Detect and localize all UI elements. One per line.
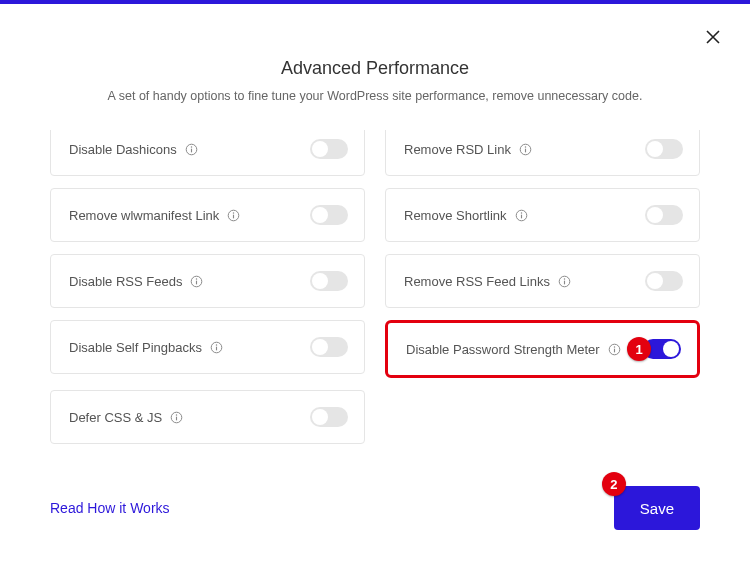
toggle-remove-wlw[interactable]	[310, 205, 348, 225]
option-label: Disable RSS Feeds	[69, 274, 203, 289]
svg-point-10	[520, 212, 521, 213]
top-accent-bar	[0, 0, 750, 4]
option-label: Defer CSS & JS	[69, 410, 183, 425]
option-label: Disable Self Pingbacks	[69, 340, 223, 355]
info-icon[interactable]	[227, 209, 240, 222]
option-label: Disable Dashicons	[69, 142, 198, 157]
toggle-remove-rss-links[interactable]	[645, 271, 683, 291]
option-remove-rss-links: Remove RSS Feed Links	[385, 254, 700, 308]
toggle-remove-shortlink[interactable]	[645, 205, 683, 225]
toggle-disable-dashicons[interactable]	[310, 139, 348, 159]
info-icon[interactable]	[190, 275, 203, 288]
option-label: Remove RSD Link	[404, 142, 532, 157]
svg-point-22	[613, 346, 614, 347]
option-defer-css-js: Defer CSS & JS	[50, 390, 365, 444]
svg-point-19	[216, 344, 217, 345]
empty-cell	[385, 390, 700, 444]
help-link[interactable]: Read How it Works	[50, 500, 170, 516]
option-label: Remove Shortlink	[404, 208, 528, 223]
save-button[interactable]: Save	[614, 486, 700, 530]
toggle-disable-rss[interactable]	[310, 271, 348, 291]
option-remove-shortlink: Remove Shortlink	[385, 188, 700, 242]
option-remove-wlw: Remove wlwmanifest Link	[50, 188, 365, 242]
svg-point-16	[564, 278, 565, 279]
info-icon[interactable]	[170, 411, 183, 424]
toggle-remove-rsd[interactable]	[645, 139, 683, 159]
option-label: Remove RSS Feed Links	[404, 274, 571, 289]
option-label: Disable Password Strength Meter	[406, 342, 621, 357]
info-icon[interactable]	[210, 341, 223, 354]
svg-rect-26	[176, 416, 177, 420]
svg-point-25	[176, 414, 177, 415]
info-icon[interactable]	[185, 143, 198, 156]
page-title: Advanced Performance	[0, 58, 750, 79]
svg-point-7	[233, 212, 234, 213]
svg-rect-20	[216, 346, 217, 350]
close-icon[interactable]	[706, 30, 720, 44]
info-icon[interactable]	[515, 209, 528, 222]
footer: Read How it Works 2 Save	[50, 483, 700, 533]
svg-rect-11	[521, 214, 522, 218]
save-button-wrap: 2 Save	[614, 486, 700, 530]
svg-rect-23	[614, 348, 615, 352]
header: Advanced Performance A set of handy opti…	[0, 0, 750, 103]
info-icon[interactable]	[558, 275, 571, 288]
option-remove-rsd: Remove RSD Link	[385, 130, 700, 176]
info-icon[interactable]	[519, 143, 532, 156]
svg-point-4	[525, 146, 526, 147]
options-panel: Disable Dashicons Remove RSD Link Remove…	[50, 130, 700, 445]
option-disable-rss: Disable RSS Feeds	[50, 254, 365, 308]
svg-rect-14	[196, 280, 197, 284]
toggle-defer-css-js[interactable]	[310, 407, 348, 427]
annotation-marker-2: 2	[602, 472, 626, 496]
toggle-disable-pingbacks[interactable]	[310, 337, 348, 357]
svg-rect-17	[564, 280, 565, 284]
page-subtitle: A set of handy options to fine tune your…	[0, 89, 750, 103]
svg-rect-5	[525, 148, 526, 152]
option-disable-dashicons: Disable Dashicons	[50, 130, 365, 176]
svg-point-13	[196, 278, 197, 279]
option-label: Remove wlwmanifest Link	[69, 208, 240, 223]
option-disable-pwd-meter: Disable Password Strength Meter 1	[385, 320, 700, 378]
svg-point-1	[190, 146, 191, 147]
svg-rect-2	[191, 148, 192, 152]
option-disable-pingbacks: Disable Self Pingbacks	[50, 320, 365, 374]
info-icon[interactable]	[608, 343, 621, 356]
svg-rect-8	[233, 214, 234, 218]
annotation-marker-1: 1	[627, 337, 651, 361]
options-grid: Disable Dashicons Remove RSD Link Remove…	[50, 130, 700, 444]
